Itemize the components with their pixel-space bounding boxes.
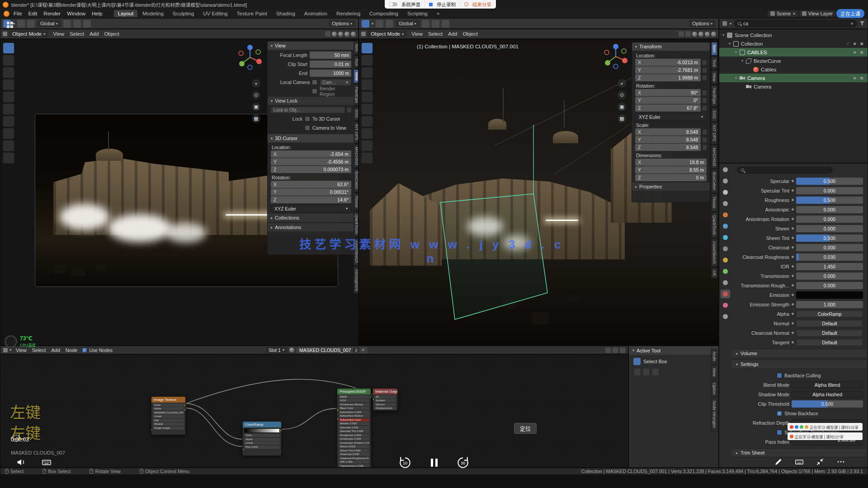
keyboard-icon[interactable]: [795, 457, 804, 466]
property-value[interactable]: 1.450: [796, 263, 863, 270]
properties-tab[interactable]: [721, 177, 730, 185]
snap-magnet-icon[interactable]: [73, 20, 81, 28]
menu-item[interactable]: Render: [40, 10, 64, 17]
active-tool-header[interactable]: ▾Active Tool: [629, 346, 718, 355]
extra-tool[interactable]: [361, 152, 373, 164]
add-primitive-tool[interactable]: [3, 140, 14, 151]
sidebar-tab[interactable]: AR: [711, 267, 717, 279]
value-field[interactable]: 50 mm: [310, 52, 351, 59]
axis-value-field[interactable]: Y8.55 m: [635, 166, 707, 174]
property-value[interactable]: 0.000: [796, 216, 863, 223]
workspace-tab[interactable]: Texture Paint: [233, 10, 271, 17]
workspace-tab[interactable]: +: [433, 10, 444, 17]
property-value[interactable]: ColorRamp: [796, 310, 863, 318]
node-row[interactable]: Subsurface 0.000: [339, 411, 369, 414]
material-output-node[interactable]: Material Output AllSurfaceVolumeDisplace…: [373, 388, 398, 411]
view-lock-header[interactable]: ▾View Lock: [268, 97, 354, 105]
bsdf-output-port[interactable]: [369, 396, 371, 399]
camera-view-icon[interactable]: ▣: [252, 103, 260, 111]
sidebar-tab[interactable]: KIT OPS: [354, 122, 359, 143]
workspace-tab[interactable]: Shading: [272, 10, 299, 17]
decorator-dot[interactable]: [792, 180, 794, 182]
annotate-tool[interactable]: [3, 116, 14, 127]
select-mode-icon[interactable]: [679, 31, 684, 37]
viewport-menu-item[interactable]: Object: [101, 30, 122, 38]
axis-value-field[interactable]: Y-2.7681 m: [635, 66, 701, 74]
lock-icon[interactable]: [703, 75, 707, 80]
snap-icon[interactable]: [605, 347, 611, 353]
menu-item[interactable]: Help: [89, 10, 106, 17]
property-value[interactable]: 0.500: [796, 178, 863, 185]
viewport-menu-item[interactable]: Add: [445, 30, 460, 38]
color-output-port[interactable]: [280, 429, 282, 432]
local-camera-checkbox[interactable]: [312, 80, 317, 85]
select-mode-icon[interactable]: [325, 31, 330, 37]
outliner-row[interactable]: ▾ CABLES ◉ ▣: [719, 48, 868, 56]
menu-item[interactable]: Window: [64, 10, 89, 17]
material-name-field[interactable]: MASKED CLOUDS_007 2 ✕: [296, 347, 368, 353]
transform-tool[interactable]: [3, 103, 14, 115]
mode-select[interactable]: Object Mode▾: [9, 30, 48, 38]
sidebar-tab[interactable]: BoxCutter: [711, 169, 717, 193]
node-row[interactable]: Alpha: [244, 438, 280, 441]
pencil-icon[interactable]: [774, 457, 783, 466]
settings-value[interactable]: 0.500: [792, 400, 863, 408]
pivot-point-icon[interactable]: [63, 20, 71, 28]
sidebar-tab[interactable]: View: [711, 70, 717, 84]
node-row[interactable]: Color: [153, 404, 184, 407]
axis-value-field[interactable]: Y0.00011°: [271, 188, 351, 196]
workspace-tab[interactable]: Rendering: [332, 10, 364, 17]
sidebar-tab[interactable]: AssetSketch: [711, 239, 717, 267]
camera-view-icon[interactable]: ▣: [618, 103, 626, 111]
decorator-dot[interactable]: [792, 303, 794, 305]
navigation-gizmo[interactable]: [601, 42, 630, 71]
sidebar-tab[interactable]: Item: [711, 42, 717, 56]
sidebar-tab[interactable]: Atmosphere: [354, 267, 359, 294]
tool-dropdown-icon[interactable]: ▾: [13, 22, 15, 26]
search-clear-icon[interactable]: ✕: [850, 22, 854, 26]
viewport-menu-item[interactable]: View: [409, 30, 425, 38]
sidebar-tab[interactable]: HardOps: [711, 85, 717, 107]
solid-shading-icon[interactable]: [698, 32, 703, 37]
solid-shading-icon[interactable]: [338, 32, 343, 37]
property-value[interactable]: [796, 291, 863, 299]
end-share-button[interactable]: 结束分享: [472, 1, 491, 8]
sidebar-tab[interactable]: HardOps: [354, 84, 359, 106]
value-field[interactable]: 1000 m: [310, 70, 351, 77]
rotation-mode-select[interactable]: XYZ Euler▾: [271, 205, 351, 212]
sidebar-tab[interactable]: SSG: [354, 107, 359, 121]
principled-bsdf-node[interactable]: Principled BSDF BSDFGGXChristensen-Burle…: [337, 388, 371, 468]
sidebar-tab[interactable]: MACHIN3: [711, 145, 717, 169]
outliner-row[interactable]: Cables: [719, 65, 868, 74]
properties-tab[interactable]: [721, 290, 730, 298]
select-box-tool[interactable]: [361, 42, 373, 54]
proportional-edit-icon[interactable]: [442, 20, 449, 28]
material-shading-icon[interactable]: [344, 32, 349, 37]
more-icon[interactable]: [836, 457, 845, 466]
decorator-dot[interactable]: [792, 284, 794, 286]
lock-icon[interactable]: [703, 68, 707, 73]
node-row[interactable]: Roughness 0.500: [339, 434, 369, 437]
node-row[interactable]: Linear: [244, 441, 280, 445]
panel-tab[interactable]: Option: [711, 380, 717, 398]
node-row[interactable]: Sheen Tint 0.500: [339, 449, 369, 452]
node-row[interactable]: IOR 1.450: [339, 460, 369, 464]
settings-value[interactable]: Alpha Blend: [792, 381, 863, 389]
property-value[interactable]: 0.500: [796, 235, 863, 242]
node-row[interactable]: Specular Tint 0.000: [339, 430, 369, 433]
shader-node-canvas[interactable]: Image Texture ColorAlphaMASKED CLOUDS_00…: [0, 354, 628, 468]
rewind-10-button[interactable]: 10: [397, 455, 413, 471]
node-row[interactable]: Anisotropic Rotation 0.000: [339, 441, 369, 445]
annotations-header[interactable]: ▸Annotations: [268, 223, 354, 231]
pivot-point-icon[interactable]: [422, 20, 429, 28]
node-row[interactable]: Repeat: [153, 422, 184, 426]
trim-sheet-header[interactable]: ▸Trim Sheet: [731, 448, 867, 457]
rendered-shading-icon[interactable]: [711, 32, 716, 37]
sidebar-tab[interactable]: Tissue: [711, 194, 717, 211]
view-panel-header[interactable]: ▾View: [268, 42, 354, 50]
property-value[interactable]: 0.000: [796, 244, 863, 251]
mode-transfer-icon[interactable]: [17, 20, 25, 28]
outliner-row[interactable]: ▾ BezierCurve: [719, 56, 868, 65]
measure-tool[interactable]: [361, 128, 373, 139]
lock-icon[interactable]: [703, 60, 707, 65]
